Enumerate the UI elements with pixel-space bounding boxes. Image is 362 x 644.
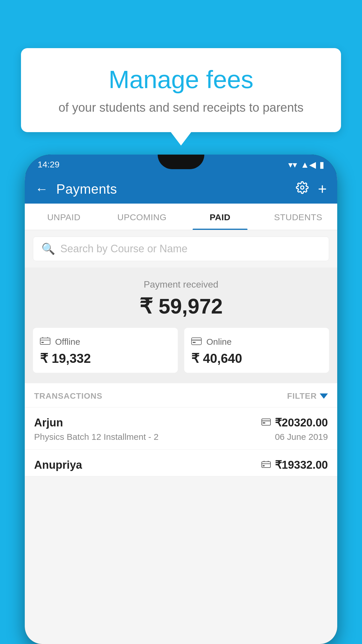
payment-received-amount: ₹ 59,972	[33, 294, 329, 318]
tooltip-title: Manage fees	[44, 66, 318, 93]
svg-rect-1	[40, 338, 50, 344]
search-bar[interactable]: 🔍 Search by Course or Name	[33, 237, 329, 261]
transaction-name: Anupriya	[34, 459, 82, 471]
svg-rect-14	[263, 465, 265, 466]
search-container: 🔍 Search by Course or Name	[25, 230, 337, 267]
payment-received-label: Payment received	[33, 279, 329, 290]
time-label: 14:29	[38, 160, 59, 169]
payment-cards: Offline ₹ 19,332 Online	[33, 328, 329, 373]
svg-rect-3	[41, 342, 44, 343]
filter-icon	[320, 393, 328, 399]
svg-rect-9	[262, 419, 270, 425]
transaction-row[interactable]: Anupriya ₹19332.00	[25, 450, 337, 476]
battery-icon: ▮	[319, 160, 324, 170]
transaction-course: Physics Batch 12 Installment - 2	[34, 432, 159, 442]
tabs-container: UNPAID UPCOMING PAID STUDENTS	[25, 204, 337, 230]
back-button[interactable]: ←	[35, 182, 48, 196]
svg-rect-11	[263, 422, 265, 424]
transactions-header: TRANSACTIONS FILTER	[25, 383, 337, 407]
offline-payment-icon	[261, 460, 271, 470]
settings-icon[interactable]	[296, 181, 309, 197]
transaction-amount-wrap: ₹19332.00	[261, 459, 328, 471]
phone-notch	[158, 155, 204, 169]
transaction-name: Arjun	[34, 416, 63, 429]
payment-received-section: Payment received ₹ 59,972	[25, 267, 337, 383]
tooltip-subtitle: of your students and send receipts to pa…	[44, 99, 318, 116]
tooltip-card: Manage fees of your students and send re…	[21, 48, 341, 132]
online-icon	[191, 336, 202, 347]
tab-students[interactable]: STUDENTS	[259, 204, 337, 230]
header-title: Payments	[56, 181, 296, 197]
app-header: ← Payments +	[25, 174, 337, 204]
wifi-icon: ▾▾	[288, 160, 297, 170]
search-icon: 🔍	[41, 242, 55, 255]
transaction-amount-wrap: ₹20320.00	[261, 416, 328, 429]
svg-rect-8	[193, 342, 196, 343]
svg-rect-6	[191, 338, 201, 345]
transaction-date: 06 June 2019	[275, 432, 328, 442]
transaction-amount: ₹19332.00	[275, 459, 328, 471]
online-label: Online	[206, 337, 232, 347]
offline-card: Offline ₹ 19,332	[33, 328, 178, 373]
filter-button[interactable]: FILTER	[287, 391, 328, 401]
transaction-amount: ₹20320.00	[275, 416, 328, 429]
add-button[interactable]: +	[318, 180, 327, 198]
tab-paid[interactable]: PAID	[181, 204, 259, 230]
svg-point-0	[301, 186, 304, 189]
online-amount: ₹ 40,640	[191, 351, 322, 366]
transactions-label: TRANSACTIONS	[34, 391, 102, 401]
phone-frame: 14:29 ▾▾ ▲◀ ▮ ← Payments +	[25, 155, 337, 644]
offline-amount: ₹ 19,332	[40, 351, 171, 366]
offline-label: Offline	[55, 337, 80, 347]
header-icons: +	[296, 180, 327, 198]
filter-label: FILTER	[287, 391, 317, 401]
offline-icon	[40, 336, 50, 347]
screen-content: ← Payments + UNPAID UPCOMING PA	[25, 174, 337, 644]
online-payment-icon	[261, 418, 271, 428]
online-card: Online ₹ 40,640	[184, 328, 329, 373]
transaction-row[interactable]: Arjun ₹20320.00 Physics Batch 12 Install…	[25, 407, 337, 450]
tab-unpaid[interactable]: UNPAID	[25, 204, 103, 230]
signal-icon: ▲◀	[301, 160, 316, 170]
tab-upcoming[interactable]: UPCOMING	[103, 204, 181, 230]
svg-rect-12	[262, 462, 270, 468]
search-input[interactable]: Search by Course or Name	[60, 243, 321, 255]
